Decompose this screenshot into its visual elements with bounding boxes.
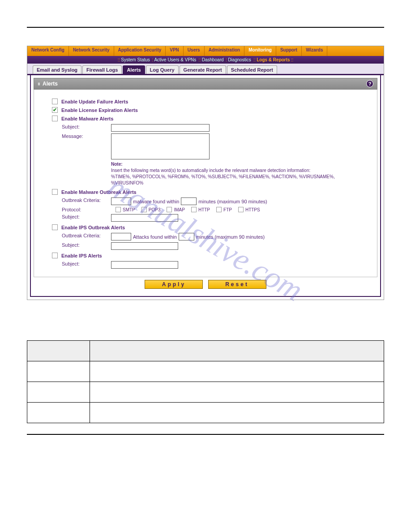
- lbl-ips-outbreak-subject: Subject:: [62, 242, 111, 248]
- sub-tab-log-query[interactable]: Log Query: [146, 65, 179, 74]
- chk-proto-pop3[interactable]: [141, 207, 147, 212]
- input-ips-outbreak-count[interactable]: [111, 233, 131, 240]
- chk-proto-ftp[interactable]: [216, 207, 222, 212]
- chk-update-failure[interactable]: [52, 99, 58, 104]
- content-wrap: ⠿Alerts ? Enable Update Failure Alerts ✔…: [30, 75, 381, 297]
- lbl-outbreak: Enable Malware Outbreak Alerts: [61, 189, 137, 195]
- chk-license-exp[interactable]: ✔: [52, 107, 58, 113]
- reset-button[interactable]: Reset: [208, 280, 266, 289]
- lbl-outbreak-criteria: Outbreak Criteria:: [62, 197, 111, 203]
- chk-malware[interactable]: [52, 116, 58, 121]
- input-outbreak-count[interactable]: [111, 197, 131, 205]
- lbl-ips-subject: Subject:: [62, 261, 111, 266]
- input-ips-outbreak-subject[interactable]: [111, 242, 178, 250]
- lbl-outbreak-protocol: Protocol:: [62, 207, 111, 212]
- help-icon[interactable]: ?: [366, 80, 373, 87]
- section-title: Alerts: [43, 81, 58, 87]
- subnav-diagnostics[interactable]: Diagnostics: [228, 57, 251, 62]
- lbl-malware: Enable Malware Alerts: [61, 116, 113, 121]
- main-tab-administration[interactable]: Administration: [205, 46, 245, 56]
- subnav-dashboard[interactable]: Dashboard: [202, 57, 224, 62]
- chk-proto-https[interactable]: [238, 207, 244, 212]
- main-tab-network-security[interactable]: Network Security: [69, 46, 114, 56]
- main-tab-support[interactable]: Support: [276, 46, 302, 56]
- chk-outbreak[interactable]: [52, 189, 58, 195]
- input-outbreak-subject[interactable]: [111, 214, 178, 222]
- section-header: ⠿Alerts ?: [34, 78, 377, 90]
- sub-tab-email-syslog[interactable]: Email and Syslog: [33, 65, 81, 74]
- table-row: [27, 382, 384, 403]
- lbl-ips-outbreak: Enable IPS Outbreak Alerts: [61, 225, 125, 230]
- doc-table: [27, 340, 384, 423]
- apply-button[interactable]: Apply: [145, 280, 203, 289]
- sub-tab-firewall-logs[interactable]: Firewall Logs: [82, 65, 122, 74]
- lbl-outbreak-subject: Subject:: [62, 214, 111, 219]
- chk-ips[interactable]: [52, 253, 58, 258]
- form-body: Enable Update Failure Alerts ✔ Enable Li…: [34, 90, 377, 277]
- input-malware-subject[interactable]: [111, 124, 210, 132]
- sub-tabs: Email and Syslog Firewall Logs Alerts Lo…: [27, 64, 384, 75]
- chk-proto-smtp[interactable]: [116, 207, 121, 212]
- main-tab-wizards[interactable]: Wizards: [302, 46, 327, 56]
- subnav-logs-reports[interactable]: Logs & Reports: [257, 57, 290, 62]
- sub-tab-alerts[interactable]: Alerts: [123, 65, 145, 74]
- app-frame: Network Config Network Security Applicat…: [27, 46, 384, 300]
- main-tabs: Network Config Network Security Applicat…: [27, 46, 384, 56]
- subnav: ::System Status :Active Users & VPNs ::D…: [27, 56, 384, 64]
- button-bar: Apply Reset: [34, 277, 377, 293]
- table-row: [27, 403, 384, 423]
- sub-tab-generate-report[interactable]: Generate Report: [180, 65, 226, 74]
- main-tab-monitoring[interactable]: Monitoring: [244, 46, 276, 56]
- subnav-system-status[interactable]: System Status: [121, 57, 150, 62]
- table-row: [27, 361, 384, 382]
- main-tab-application-security[interactable]: Application Security: [114, 46, 166, 56]
- input-outbreak-minutes[interactable]: [181, 197, 197, 205]
- lbl-license-exp: Enable License Expiration Alerts: [61, 107, 138, 113]
- input-ips-subject[interactable]: [111, 261, 178, 269]
- sub-tab-scheduled-report[interactable]: Scheduled Report: [227, 65, 277, 74]
- input-ips-outbreak-minutes[interactable]: [179, 233, 194, 240]
- main-tab-users[interactable]: Users: [184, 46, 205, 56]
- subnav-active-users[interactable]: Active Users & VPNs: [154, 57, 196, 62]
- top-rule: [27, 27, 384, 28]
- chk-proto-http[interactable]: [191, 207, 197, 212]
- lbl-update-failure: Enable Update Failure Alerts: [61, 99, 128, 104]
- malware-note: Note: Insert the following meta word(s) …: [111, 161, 359, 186]
- input-malware-message[interactable]: [111, 133, 210, 159]
- lbl-malware-message: Message:: [62, 133, 111, 139]
- lbl-ips: Enable IPS Alerts: [61, 253, 102, 258]
- lbl-ips-outbreak-criteria: Outbreak Criteria:: [62, 233, 111, 238]
- chk-proto-imap[interactable]: [167, 207, 172, 212]
- main-tab-vpn[interactable]: VPN: [166, 46, 184, 56]
- bottom-rule: [27, 434, 384, 435]
- chk-ips-outbreak[interactable]: [52, 224, 58, 230]
- lbl-malware-subject: Subject:: [62, 124, 111, 129]
- main-tab-network-config[interactable]: Network Config: [27, 46, 69, 56]
